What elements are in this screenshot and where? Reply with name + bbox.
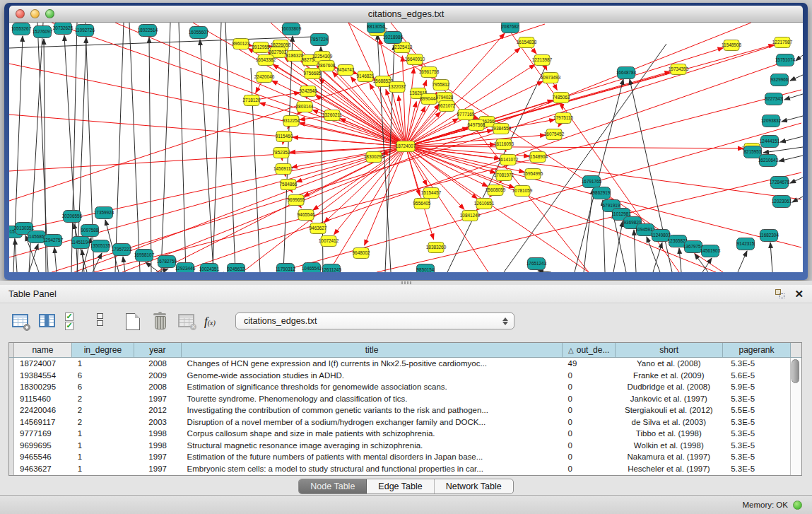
graph-node-label: 19218986	[383, 35, 404, 40]
cell-name: 9699695	[14, 441, 72, 450]
row-layout-icon[interactable]	[92, 310, 116, 332]
graph-node-label: 12942757	[43, 238, 64, 243]
cell-name: 9115460	[14, 395, 72, 403]
graph-edge	[9, 64, 406, 146]
network-view[interactable]: 1872400789601238912955182260589827503818…	[9, 23, 803, 272]
graph-node-label: 9312254	[283, 118, 300, 123]
table-row[interactable]: 2242004622012Investigating the contribut…	[14, 404, 790, 416]
table-settings-icon[interactable]	[11, 312, 30, 331]
network-canvas[interactable]: 1872400789601238912955182260589827503818…	[9, 23, 803, 272]
column-header-name[interactable]: name	[14, 343, 72, 357]
column-header-in_degree[interactable]: in_degree	[72, 343, 134, 357]
tab-node-table[interactable]: Node Table	[299, 479, 367, 493]
window-title: citations_edges.txt	[9, 6, 803, 22]
cell-title: Genome-wide association studies in ADHD.	[182, 371, 563, 380]
table-row[interactable]: 969969511998Structural magnetic resonanc…	[14, 440, 790, 452]
table-tabs: Node TableEdge TableNetwork Table	[298, 479, 513, 494]
column-header-year[interactable]: year	[134, 343, 182, 357]
tab-edge-table[interactable]: Edge Table	[367, 479, 434, 493]
graph-node-label: 9850154	[417, 267, 435, 272]
function-builder-icon[interactable]: f(x)	[204, 312, 223, 331]
graph-edge	[538, 271, 551, 272]
table-row[interactable]: 1456911722003Disruption of a novel membe…	[14, 416, 790, 428]
cell-out_degree: 0	[563, 371, 616, 380]
graph-node-label: 9699695	[288, 197, 305, 202]
cell-name: 9465546	[14, 452, 72, 461]
graph-edge	[313, 146, 406, 210]
column-header-label: pagerank	[739, 345, 775, 355]
graph-node-label: 9794028	[436, 95, 454, 100]
graph-node-label: 12610651	[474, 201, 495, 206]
dropdown-arrows-icon	[502, 317, 508, 325]
table-row[interactable]: 946554611997Estimation of the future num…	[14, 451, 790, 463]
minimize-window-button[interactable]	[30, 9, 40, 18]
column-header-label: name	[32, 345, 53, 355]
select-columns-icon[interactable]: ✓✓	[65, 310, 84, 332]
new-column-icon[interactable]	[124, 312, 143, 331]
float-icon[interactable]	[775, 289, 784, 298]
graph-node-label: 11012981	[611, 211, 631, 216]
column-header-title[interactable]: title	[182, 343, 563, 357]
scrollbar-thumb[interactable]	[792, 359, 799, 383]
graph-edge	[200, 40, 213, 272]
graph-edge	[634, 230, 636, 272]
graph-edge	[179, 23, 186, 272]
cell-title: Corpus callosum shape and size in male p…	[182, 429, 563, 438]
cell-short: Stergiakouli et al. (2012)	[615, 406, 722, 414]
graph-node-label: 12611245	[322, 267, 341, 272]
graph-edge	[193, 23, 406, 146]
graph-node-label: 15608059	[486, 187, 506, 192]
cell-name: 22420046	[14, 406, 72, 414]
table-row[interactable]: 977716911998Corpus callosum shape and si…	[14, 428, 790, 440]
network-window-titlebar[interactable]: citations_edges.txt	[9, 6, 803, 23]
table-panel-title: Table Panel	[8, 288, 57, 299]
cell-title: Changes of HCN gene expression and I(f) …	[182, 359, 563, 368]
graph-node-label: 12444151	[760, 139, 780, 144]
cell-out_degree: 0	[563, 418, 616, 426]
table-row[interactable]: 1830029562008Estimation of significance …	[14, 381, 790, 393]
graph-node-label: 19734393	[669, 66, 689, 71]
graph-edge	[796, 55, 803, 61]
graph-edge	[115, 23, 124, 272]
desktop-background: citations_edges.txt 18724007896012389129…	[0, 0, 812, 281]
graph-node-label: 7857224	[311, 37, 329, 42]
zoom-window-button[interactable]	[45, 9, 54, 18]
table-selector-dropdown[interactable]: citations_edges.txt	[235, 313, 514, 329]
cell-short: Franke et al. (2009)	[615, 371, 722, 380]
graph-edge	[738, 251, 747, 272]
close-window-button[interactable]	[16, 9, 25, 18]
close-icon[interactable]: ✕	[794, 289, 804, 298]
column-header-label: short	[659, 345, 678, 355]
cell-short: Nakamura et al. (1997)	[615, 452, 722, 461]
row-header-strip	[9, 358, 14, 475]
table-row[interactable]: 1938455462009Genome-wide association stu…	[14, 370, 790, 382]
cell-out_degree: 0	[563, 395, 616, 403]
cell-title: Investigating the contribution of common…	[182, 406, 563, 414]
graph-node-label: 16640910	[405, 57, 425, 62]
tab-network-table[interactable]: Network Table	[435, 479, 513, 493]
table-row[interactable]: 1872400712008Changes of HCN gene express…	[14, 358, 790, 370]
splitter-grip-icon[interactable]	[401, 281, 411, 284]
column-header-pagerank[interactable]: pagerank	[723, 343, 791, 357]
network-window[interactable]: citations_edges.txt 18724007896012389129…	[4, 3, 808, 280]
cell-in_degree: 1	[72, 441, 134, 450]
cell-year: 2003	[134, 418, 182, 426]
cell-title: Structural magnetic resonance image aver…	[182, 441, 563, 450]
delete-column-icon[interactable]	[151, 312, 170, 331]
table-row[interactable]: 946362711997Embryonic stem cells: a mode…	[14, 463, 790, 475]
sort-ascending-icon: △	[568, 346, 574, 354]
cell-out_degree: 0	[563, 382, 616, 391]
delete-table-icon[interactable]: ✕	[177, 312, 196, 331]
table-row[interactable]: 911546021997Tourette syndrome. Phenomeno…	[14, 393, 790, 405]
vertical-scrollbar[interactable]	[790, 358, 801, 475]
graph-edge	[242, 146, 406, 272]
column-header-short[interactable]: short	[616, 343, 723, 357]
graph-node-label: 20732625	[53, 25, 73, 30]
column-display-icon[interactable]	[38, 312, 57, 331]
graph-node-label: 9115460	[276, 134, 293, 139]
column-header-out_degree[interactable]: △out_de...	[563, 343, 616, 357]
graph-node-label: 22420046	[254, 74, 275, 79]
graph-node-label: 16961758	[419, 69, 440, 74]
memory-indicator-icon[interactable]	[793, 501, 802, 510]
graph-node-label: 11249803	[651, 233, 671, 238]
